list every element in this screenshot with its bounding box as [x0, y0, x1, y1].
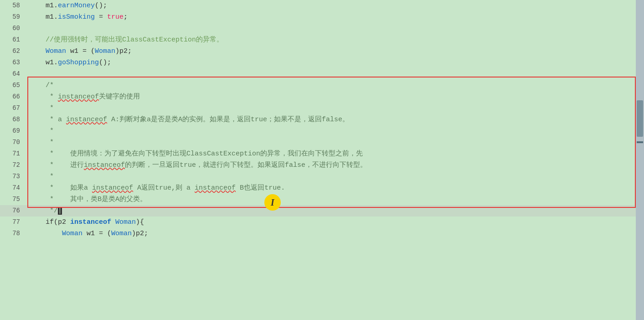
scrollbar-line — [637, 141, 643, 143]
code-line: 69 * — [0, 125, 636, 137]
token: )p2; — [132, 230, 148, 237]
token: A返回 — [133, 184, 155, 192]
code-line: 74 * 如果a instanceof A返回true,则 a instance… — [0, 182, 636, 194]
line-content: * — [27, 171, 636, 182]
line-content: * 进行instanceof的判断，一旦返回true，就进行向下转型。如果返回f… — [27, 160, 636, 171]
token: (); — [99, 59, 111, 67]
line-content: * 其中，类B是类A的父类。 — [27, 194, 636, 205]
cursor-indicator: I — [264, 194, 281, 211]
token: Woman — [111, 230, 132, 237]
line-content: if(p2 instanceof Woman){ — [27, 217, 636, 228]
line-number: 71 — [0, 148, 27, 159]
line-content: Woman w1 = (Woman)p2; — [27, 46, 636, 57]
token: . — [281, 184, 285, 192]
token: * — [29, 139, 54, 146]
token: instanceof — [66, 116, 107, 124]
token: ，就进行向下转型。如果返回 — [196, 161, 285, 169]
token: Woman — [62, 230, 82, 237]
token: instanceof — [195, 184, 236, 192]
token: * — [29, 93, 58, 101]
line-content: * 如果a instanceof A返回true,则 a instanceof … — [27, 183, 636, 194]
token: instanceof — [84, 161, 125, 169]
code-line: 77 if(p2 instanceof Woman){ — [0, 217, 636, 228]
token: true — [107, 13, 124, 21]
code-line: 61 //使用强转时，可能出现ClassCastException的异常。 — [0, 34, 636, 46]
line-content: //使用强转时，可能出现ClassCastException的异常。 — [27, 35, 636, 46]
token — [111, 218, 115, 226]
token: true — [264, 184, 281, 192]
token — [29, 47, 46, 55]
token: false — [285, 161, 305, 169]
line-number: 78 — [0, 228, 27, 239]
code-line: 76 */| — [0, 205, 636, 217]
line-content: * — [27, 103, 636, 114]
token: a — [58, 116, 66, 124]
line-content: * 使用情境：为了避免在向下转型时出现ClassCastException的异常… — [27, 149, 636, 160]
scrollbar-thumb[interactable] — [637, 100, 643, 137]
line-content: */| — [27, 206, 636, 217]
token: goShopping — [58, 59, 99, 67]
line-number: 69 — [0, 125, 27, 136]
token: * — [29, 104, 54, 112]
token: true — [180, 161, 196, 169]
token: Woman — [115, 218, 136, 226]
token: * 其中，类B是类A的父类。 — [29, 196, 147, 203]
code-line: 65 /* — [0, 80, 636, 91]
code-area: 58 m1.earnMoney();59 m1.isSmoking = true… — [0, 0, 636, 320]
code-line: 62 Woman w1 = (Woman)p2; — [0, 46, 636, 57]
text-cursor: | — [58, 207, 62, 215]
line-content — [27, 23, 636, 34]
token: ; — [124, 13, 128, 21]
code-line: 58 m1.earnMoney(); — [0, 0, 636, 11]
code-line: 75 * 其中，类B是类A的父类。 — [0, 194, 636, 205]
token: ；如果不是，返回 — [267, 116, 322, 124]
line-number: 76 — [0, 205, 27, 216]
line-number: 59 — [0, 11, 27, 22]
line-content — [27, 69, 636, 80]
line-content: * — [27, 126, 636, 137]
line-number: 64 — [0, 68, 27, 79]
token: m1. — [29, 13, 58, 21]
code-line: 70 * — [0, 137, 636, 148]
line-number: 68 — [0, 114, 27, 125]
line-number: 63 — [0, 57, 27, 68]
line-number: 77 — [0, 217, 27, 227]
token: * 进行 — [29, 161, 84, 169]
token: Woman — [95, 47, 115, 55]
token: Woman — [46, 47, 66, 55]
code-line: 68 * a instanceof A:判断对象a是否是类A的实例。如果是，返回… — [0, 114, 636, 125]
line-number: 62 — [0, 46, 27, 57]
code-line: 73 * — [0, 171, 636, 182]
token: /* — [29, 82, 54, 89]
line-content: w1.goShopping(); — [27, 57, 636, 68]
token: isSmoking — [58, 13, 95, 21]
code-line: 78 Woman w1 = (Woman)p2; — [0, 228, 636, 239]
line-content: Woman w1 = (Woman)p2; — [27, 228, 636, 239]
token: * 使用情境：为了避免在向下转型时出现ClassCastException的异常… — [29, 150, 363, 158]
token: earnMoney — [58, 2, 95, 10]
code-line: 71 * 使用情境：为了避免在向下转型时出现ClassCastException… — [0, 148, 636, 160]
token: instanceof — [58, 93, 99, 101]
token: B也返回 — [236, 184, 264, 192]
token — [29, 230, 62, 237]
token: * — [29, 127, 54, 135]
token: * — [29, 173, 54, 181]
token: ,则 a — [171, 184, 195, 192]
token: 的判断，一旦返回 — [125, 161, 180, 169]
line-content: m1.isSmoking = true; — [27, 12, 636, 23]
line-content: * a instanceof A:判断对象a是否是类A的实例。如果是，返回tru… — [27, 114, 636, 125]
scrollbar[interactable] — [636, 0, 644, 320]
token: (); — [95, 2, 107, 10]
line-number: 61 — [0, 34, 27, 45]
token: instanceof — [70, 218, 111, 226]
token: //使用强转时，可能出现ClassCastException的异常。 — [29, 36, 223, 44]
line-number: 65 — [0, 80, 27, 91]
token: m1. — [29, 2, 58, 10]
token: w1 = ( — [66, 47, 95, 55]
code-line: 60 — [0, 23, 636, 34]
line-content: m1.earnMoney(); — [27, 0, 636, 11]
line-number: 70 — [0, 137, 27, 148]
token: */ — [29, 207, 58, 215]
line-content: /* — [27, 80, 636, 91]
line-number: 72 — [0, 160, 27, 170]
